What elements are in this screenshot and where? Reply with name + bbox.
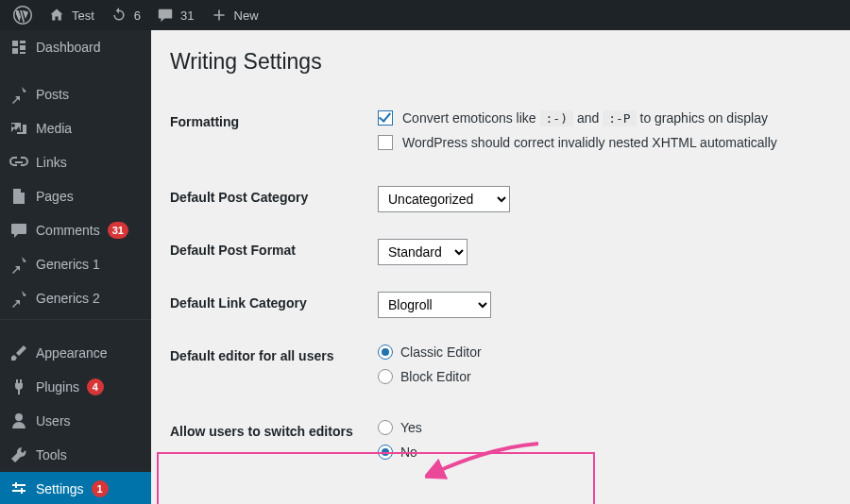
adminbar-updates[interactable]: 6	[102, 0, 148, 30]
xhtml-text: WordPress should correct invalidly neste…	[402, 135, 777, 150]
editor-classic-label: Classic Editor	[400, 344, 482, 360]
emoticons-text-pre: Convert emoticons like	[402, 110, 536, 126]
row-default-link-category: Default Link Category Blogroll	[170, 278, 831, 331]
wrench-icon	[9, 445, 28, 464]
editor-block-radio[interactable]	[378, 369, 393, 384]
sidebar-item-generics2[interactable]: Generics 2	[0, 281, 151, 315]
row-default-editor: Default editor for all users Classic Edi…	[170, 331, 831, 407]
editor-classic-radio[interactable]	[378, 344, 393, 360]
comment-icon	[156, 6, 175, 25]
refresh-icon	[110, 6, 128, 25]
admin-sidebar: DashboardPostsMediaLinksPagesComments31G…	[0, 30, 151, 504]
switch-no-label: No	[400, 445, 417, 460]
adminbar-wp-logo[interactable]	[6, 0, 40, 30]
editor-block-label: Block Editor	[400, 369, 471, 384]
formatting-emoticons-option[interactable]: Convert emoticons like :-) and :-P to gr…	[378, 110, 831, 126]
sidebar-item-label: Comments	[36, 223, 100, 238]
switch-no-radio[interactable]	[378, 445, 393, 460]
pin-icon	[9, 289, 28, 308]
sidebar-item-media[interactable]: Media	[0, 111, 151, 145]
sidebar-item-label: Plugins	[36, 379, 79, 395]
sidebar-item-label: Tools	[36, 447, 67, 462]
dashboard-icon	[9, 38, 28, 57]
plus-icon	[210, 6, 229, 25]
default-link-category-select[interactable]: Blogroll	[378, 292, 491, 318]
sidebar-item-label: Generics 1	[36, 257, 100, 272]
page-title: Writing Settings	[170, 49, 831, 75]
user-icon	[9, 412, 28, 430]
sidebar-item-tools[interactable]: Tools	[0, 438, 151, 472]
sidebar-badge: 4	[87, 378, 104, 395]
xhtml-checkbox[interactable]	[378, 135, 393, 150]
editor-block-option[interactable]: Block Editor	[378, 369, 831, 384]
row-category-label: Default Post Category	[170, 186, 378, 205]
sidebar-item-label: Dashboard	[36, 40, 101, 55]
sidebar-item-label: Users	[36, 413, 71, 428]
plug-icon	[9, 378, 28, 396]
default-category-select[interactable]: Uncategorized	[378, 186, 510, 212]
sidebar-badge: 31	[108, 222, 128, 239]
comment-icon	[9, 221, 28, 240]
row-formatting: Formatting Convert emoticons like :-) an…	[170, 97, 831, 173]
sidebar-item-label: Posts	[36, 87, 69, 102]
admin-bar: Test 6 31 New	[0, 0, 850, 30]
sidebar-item-label: Media	[36, 121, 72, 136]
switch-yes-radio[interactable]	[378, 420, 393, 435]
row-allow-switch: Allow users to switch editors Yes No	[170, 407, 831, 482]
switch-yes-label: Yes	[400, 420, 422, 435]
switch-yes-option[interactable]: Yes	[378, 420, 831, 435]
wordpress-logo-icon	[13, 6, 32, 25]
content-area: Writing Settings Formatting Convert emot…	[151, 30, 850, 504]
adminbar-comments[interactable]: 31	[148, 0, 201, 30]
page-icon	[9, 187, 28, 206]
adminbar-comments-count: 31	[180, 8, 194, 23]
pin-icon	[9, 255, 28, 274]
adminbar-new[interactable]: New	[202, 0, 266, 30]
default-format-select[interactable]: Standard	[378, 239, 468, 265]
row-format-label: Default Post Format	[170, 239, 378, 258]
switch-no-option[interactable]: No	[378, 445, 831, 460]
home-icon	[47, 6, 66, 25]
sidebar-item-label: Links	[36, 155, 67, 170]
media-icon	[9, 119, 28, 138]
sidebar-item-settings[interactable]: Settings1	[0, 472, 151, 504]
sidebar-item-users[interactable]: Users	[0, 404, 151, 438]
sidebar-item-links[interactable]: Links	[0, 145, 151, 179]
emoticons-checkbox[interactable]	[378, 110, 393, 126]
sidebar-item-label: Appearance	[36, 345, 108, 361]
sidebar-item-pages[interactable]: Pages	[0, 179, 151, 213]
row-editor-label: Default editor for all users	[170, 344, 378, 363]
editor-classic-option[interactable]: Classic Editor	[378, 344, 831, 360]
link-icon	[9, 153, 28, 172]
row-switch-label: Allow users to switch editors	[170, 420, 378, 439]
row-default-category: Default Post Category Uncategorized	[170, 173, 831, 226]
row-default-format: Default Post Format Standard	[170, 226, 831, 278]
sidebar-item-dashboard[interactable]: Dashboard	[0, 30, 151, 64]
emoticon-code-a: :-)	[540, 110, 573, 126]
sidebar-item-plugins[interactable]: Plugins4	[0, 370, 151, 404]
adminbar-site-name[interactable]: Test	[40, 0, 102, 30]
adminbar-site-label: Test	[72, 8, 94, 23]
sidebar-badge: 1	[92, 480, 109, 497]
emoticons-text-and: and	[577, 110, 599, 126]
formatting-xhtml-option[interactable]: WordPress should correct invalidly neste…	[378, 135, 831, 150]
row-formatting-label: Formatting	[170, 110, 378, 129]
pin-icon	[9, 85, 28, 104]
sidebar-item-label: Pages	[36, 189, 74, 204]
sidebar-item-generics1[interactable]: Generics 1	[0, 247, 151, 281]
row-link-cat-label: Default Link Category	[170, 292, 378, 311]
emoticons-text-post: to graphics on display	[640, 110, 768, 126]
sidebar-item-posts[interactable]: Posts	[0, 77, 151, 111]
adminbar-updates-count: 6	[134, 8, 141, 23]
adminbar-new-label: New	[234, 8, 259, 23]
sliders-icon	[9, 479, 28, 498]
sidebar-item-label: Generics 2	[36, 291, 100, 306]
emoticon-code-b: :-P	[603, 110, 636, 126]
sidebar-item-appearance[interactable]: Appearance	[0, 336, 151, 370]
sidebar-item-label: Settings	[36, 481, 84, 496]
sidebar-item-comments[interactable]: Comments31	[0, 213, 151, 247]
brush-icon	[9, 344, 28, 362]
